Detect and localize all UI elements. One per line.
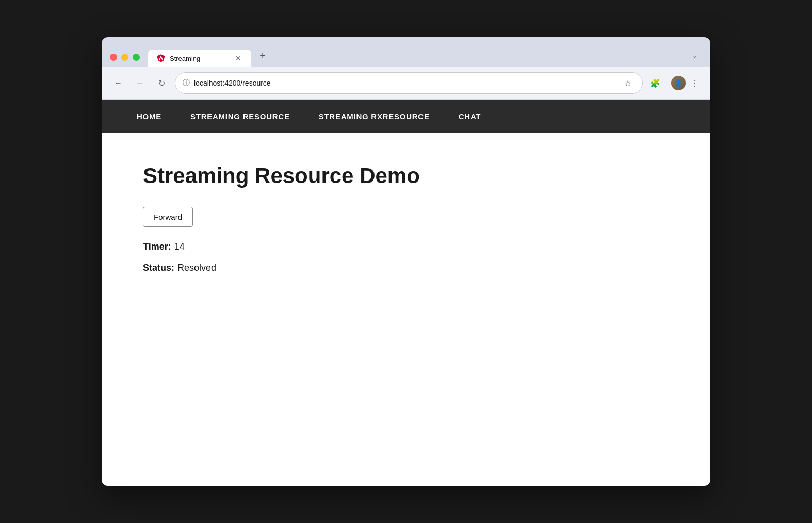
close-button[interactable] xyxy=(110,54,117,61)
back-icon: ← xyxy=(114,78,122,88)
more-button[interactable]: ⋮ xyxy=(688,76,702,90)
tab-title: Streaming xyxy=(170,55,230,62)
tab-favicon xyxy=(156,54,166,63)
maximize-button[interactable] xyxy=(133,54,140,61)
title-bar: Streaming ✕ + ⌄ xyxy=(102,37,710,67)
more-icon: ⋮ xyxy=(691,78,699,88)
toolbar-divider xyxy=(667,78,667,88)
extensions-icon: 🧩 xyxy=(650,78,660,88)
timer-row: Timer: 14 xyxy=(143,241,669,252)
window-controls xyxy=(110,54,140,61)
avatar-image: 👤 xyxy=(671,76,686,90)
extensions-button[interactable]: 🧩 xyxy=(648,76,662,90)
nav-streaming-rxresource[interactable]: STREAMING RXRESOURCE xyxy=(304,102,444,131)
forward-button[interactable]: → xyxy=(132,75,148,91)
address-actions: ☆ xyxy=(621,76,635,90)
close-icon: ✕ xyxy=(235,54,241,62)
timer-label: Timer: xyxy=(143,241,171,252)
star-icon: ☆ xyxy=(624,78,631,88)
tab-dropdown-button[interactable]: ⌄ xyxy=(688,48,702,63)
bookmark-button[interactable]: ☆ xyxy=(621,76,635,90)
tab-close-button[interactable]: ✕ xyxy=(234,54,243,63)
reload-icon: ↻ xyxy=(158,78,165,88)
browser-window: Streaming ✕ + ⌄ ← → ↻ ⓘ l xyxy=(102,37,710,486)
page-nav: HOME STREAMING RESOURCE STREAMING RXRESO… xyxy=(102,100,710,133)
status-value: Resolved xyxy=(177,263,216,273)
page-content: Streaming Resource Demo Forward Timer: 1… xyxy=(102,133,710,486)
reload-button[interactable]: ↻ xyxy=(153,75,170,91)
chevron-down-icon: ⌄ xyxy=(692,52,697,59)
avatar[interactable]: 👤 xyxy=(671,76,686,90)
forward-button-page[interactable]: Forward xyxy=(143,207,193,227)
toolbar-right: 🧩 👤 ⋮ xyxy=(648,76,702,90)
nav-home[interactable]: HOME xyxy=(122,102,176,131)
active-tab[interactable]: Streaming ✕ xyxy=(148,50,251,67)
page-title: Streaming Resource Demo xyxy=(143,164,669,188)
nav-chat[interactable]: CHAT xyxy=(444,102,496,131)
address-bar[interactable]: ⓘ localhost:4200/resource ☆ xyxy=(175,72,643,94)
plus-icon: + xyxy=(259,50,266,62)
url-text: localhost:4200/resource xyxy=(194,79,616,87)
nav-streaming-resource[interactable]: STREAMING RESOURCE xyxy=(176,102,304,131)
timer-value: 14 xyxy=(174,241,185,252)
address-bar-row: ← → ↻ ⓘ localhost:4200/resource ☆ 🧩 xyxy=(102,67,710,100)
info-icon: ⓘ xyxy=(183,78,190,88)
tab-bar: Streaming ✕ + ⌄ xyxy=(148,48,702,67)
new-tab-button[interactable]: + xyxy=(255,48,270,63)
status-row: Status: Resolved xyxy=(143,263,669,273)
forward-icon: → xyxy=(136,78,144,88)
minimize-button[interactable] xyxy=(121,54,128,61)
back-button[interactable]: ← xyxy=(110,75,126,91)
status-label: Status: xyxy=(143,263,174,273)
